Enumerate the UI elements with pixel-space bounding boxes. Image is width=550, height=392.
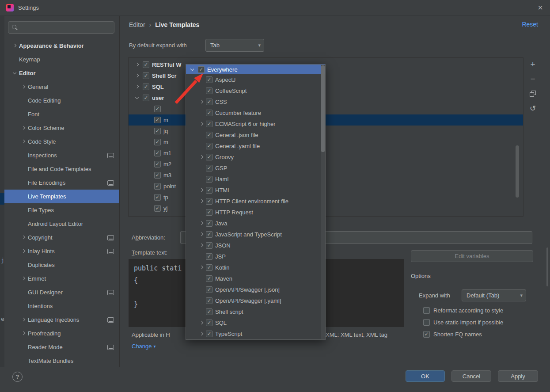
sidebar-item-duplicates[interactable]: Duplicates — [4, 258, 119, 272]
context-item-html[interactable]: HTML — [186, 185, 325, 196]
sidebar-item-color-scheme[interactable]: Color Scheme — [4, 121, 119, 135]
tree-chevron-icon[interactable] — [198, 320, 205, 326]
context-checkbox[interactable] — [206, 76, 212, 83]
template-checkbox[interactable] — [154, 183, 161, 190]
context-checkbox[interactable] — [206, 242, 212, 249]
template-checkbox[interactable] — [143, 84, 149, 90]
context-item-everywhere[interactable]: Everywhere — [186, 65, 325, 74]
tree-chevron-icon[interactable] — [198, 308, 205, 315]
add-template-button[interactable]: + — [527, 59, 539, 70]
tree-chevron-icon[interactable] — [198, 110, 205, 116]
sidebar-item-font[interactable]: Font — [4, 107, 119, 121]
option-shorten-fq-names[interactable]: Shorten FQ names — [423, 328, 539, 340]
template-checkbox[interactable] — [154, 172, 161, 179]
tree-chevron-icon[interactable] — [198, 132, 205, 138]
expand-with-dropdown[interactable]: Default (Tab) ▾ — [462, 289, 526, 301]
sidebar-item-file-and-code-templates[interactable]: File and Code Templates — [4, 162, 119, 176]
template-checkbox[interactable] — [154, 128, 161, 134]
context-checkbox[interactable] — [206, 320, 212, 326]
context-item-typescript[interactable]: TypeScript — [186, 328, 325, 339]
sidebar-item-intentions[interactable]: Intentions — [4, 299, 119, 313]
context-checkbox[interactable] — [206, 286, 212, 293]
tree-chevron-icon[interactable] — [20, 330, 27, 337]
tree-chevron-icon[interactable] — [198, 231, 205, 238]
tree-chevron-icon[interactable] — [198, 264, 205, 271]
context-item-maven[interactable]: Maven — [186, 273, 325, 284]
apply-button[interactable]: Apply — [498, 370, 538, 382]
context-item-java[interactable]: Java — [186, 218, 325, 229]
tree-chevron-icon[interactable] — [198, 187, 205, 194]
sidebar-item-keymap[interactable]: Keymap — [4, 53, 119, 66]
help-button[interactable]: ? — [12, 372, 23, 382]
tree-chevron-icon[interactable] — [198, 209, 205, 216]
tree-chevron-icon[interactable] — [134, 95, 140, 101]
edit-variables-button[interactable]: Edit variables — [411, 250, 533, 262]
sidebar-item-emmet[interactable]: Emmet — [4, 272, 119, 285]
tree-chevron-icon[interactable] — [198, 220, 205, 227]
ok-button[interactable]: OK — [406, 370, 445, 382]
tree-chevron-icon[interactable] — [20, 166, 27, 172]
tree-chevron-icon[interactable] — [20, 289, 27, 296]
tree-chevron-icon[interactable] — [198, 154, 205, 160]
sidebar-item-copyright[interactable]: Copyright — [4, 231, 119, 244]
context-item-openapi-swagger-yaml[interactable]: OpenAPI/Swagger [.yaml] — [186, 295, 325, 306]
tree-chevron-icon[interactable] — [198, 242, 205, 249]
tree-chevron-icon[interactable] — [20, 179, 27, 186]
context-checkbox[interactable] — [206, 132, 212, 138]
search-input[interactable] — [21, 24, 110, 31]
context-item-css[interactable]: CSS — [186, 96, 325, 107]
sidebar-item-inspections[interactable]: Inspections — [4, 148, 119, 162]
template-list-scrollbar[interactable] — [516, 145, 519, 198]
tree-chevron-icon[interactable] — [20, 303, 27, 309]
context-checkbox[interactable] — [206, 110, 212, 116]
context-item-cucumber-feature[interactable]: Cucumber feature — [186, 107, 325, 118]
context-item-sql[interactable]: SQL — [186, 317, 325, 328]
tree-chevron-icon[interactable] — [20, 316, 27, 323]
context-checkbox[interactable] — [206, 176, 212, 183]
tree-chevron-icon[interactable] — [198, 165, 205, 171]
remove-template-button[interactable]: − — [527, 73, 539, 85]
tree-chevron-icon[interactable] — [189, 66, 196, 73]
template-checkbox[interactable] — [154, 150, 161, 156]
tree-chevron-icon[interactable] — [198, 331, 205, 337]
restore-defaults-button[interactable]: ↺ — [527, 103, 539, 114]
option-reformat-according-to-style[interactable]: Reformat according to style — [423, 304, 539, 316]
tree-chevron-icon[interactable] — [20, 125, 27, 131]
context-checkbox[interactable] — [206, 331, 212, 337]
tree-chevron-icon[interactable] — [134, 61, 140, 68]
sidebar-item-editor[interactable]: Editor — [4, 66, 119, 80]
tree-chevron-icon[interactable] — [134, 72, 140, 79]
settings-scrollbar[interactable] — [546, 247, 548, 286]
context-checkbox[interactable] — [206, 297, 212, 304]
context-item-gsp[interactable]: GSP — [186, 163, 325, 174]
sidebar-item-appearance-behavior[interactable]: Appearance & Behavior — [4, 39, 119, 53]
template-checkbox[interactable] — [154, 161, 161, 167]
context-checkbox[interactable] — [206, 99, 212, 105]
template-checkbox[interactable] — [154, 117, 161, 123]
tree-chevron-icon[interactable] — [20, 275, 27, 282]
context-checkbox[interactable] — [206, 231, 212, 238]
sidebar-item-language-injections[interactable]: Language Injections — [4, 313, 119, 327]
context-checkbox[interactable] — [206, 220, 212, 227]
tree-chevron-icon[interactable] — [20, 248, 27, 255]
template-checkbox[interactable] — [143, 95, 149, 101]
context-checkbox[interactable] — [206, 88, 212, 94]
context-checkbox[interactable] — [206, 143, 212, 149]
context-item-openapi-swagger-json[interactable]: OpenAPI/Swagger [.json] — [186, 284, 325, 295]
context-item-haml[interactable]: Haml — [186, 174, 325, 185]
context-item-http-request[interactable]: HTTP Request — [186, 207, 325, 218]
sidebar-item-proofreading[interactable]: Proofreading — [4, 327, 119, 340]
sidebar-item-gui-designer[interactable]: GUI Designer — [4, 285, 119, 299]
context-item-shell-script[interactable]: Shell script — [186, 306, 325, 317]
context-checkbox[interactable] — [206, 165, 212, 171]
template-checkbox[interactable] — [154, 205, 161, 212]
context-item-ecmascript-6-or-higher[interactable]: ECMAScript 6 or higher — [186, 118, 325, 129]
context-item-json[interactable]: JSON — [186, 240, 325, 251]
context-checkbox[interactable] — [206, 187, 212, 194]
context-checkbox[interactable] — [206, 253, 212, 260]
tree-chevron-icon[interactable] — [198, 275, 205, 282]
sidebar-item-file-encodings[interactable]: File Encodings — [4, 176, 119, 190]
tree-chevron-icon[interactable] — [198, 297, 205, 304]
cancel-button[interactable]: Cancel — [451, 370, 491, 382]
template-checkbox[interactable] — [154, 106, 161, 112]
